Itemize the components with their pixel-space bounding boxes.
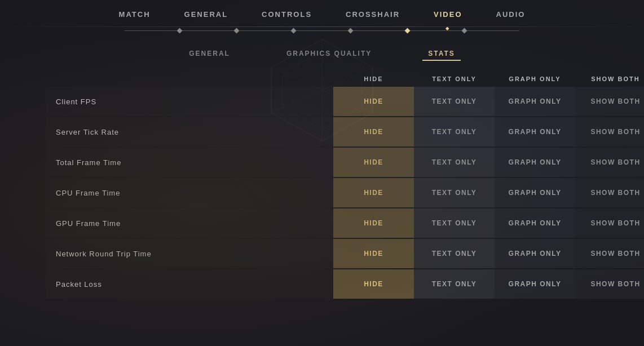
table-row: Total Frame Time Hide Text Only Graph On… <box>46 148 598 177</box>
cell-network-rtt-text[interactable]: Text Only <box>414 239 495 268</box>
nav-diamond-audio <box>462 28 467 33</box>
row-label-gpu-frame: GPU Frame Time <box>46 209 333 238</box>
cell-client-fps-graph[interactable]: Graph Only <box>495 87 575 116</box>
sub-tabs: GENERAL GRAPHICS QUALITY STATS <box>0 47 644 61</box>
row-label-client-fps: Client FPS <box>46 87 333 116</box>
table-row: Network Round Trip Time Hide Text Only G… <box>46 239 598 268</box>
table-row: Server Tick Rate Hide Text Only Graph On… <box>46 117 598 147</box>
col-header-both: Show Both <box>575 72 644 86</box>
cell-server-tick-graph[interactable]: Graph Only <box>495 117 575 147</box>
nav-diamond-match <box>177 28 183 33</box>
row-label-server-tick: Server Tick Rate <box>46 117 333 147</box>
nav-general[interactable]: GENERAL <box>167 6 245 23</box>
row-label-packet-loss: Packet Loss <box>46 269 333 299</box>
nav-match[interactable]: MATCH <box>102 6 167 23</box>
cell-total-frame-both[interactable]: Show Both <box>575 148 644 177</box>
cell-gpu-frame-text[interactable]: Text Only <box>414 209 495 238</box>
cell-cpu-frame-text[interactable]: Text Only <box>414 178 495 207</box>
stats-table: Hide Text Only Graph Only Show Both Clie… <box>46 72 598 299</box>
cell-total-frame-hide[interactable]: Hide <box>333 148 414 177</box>
row-label-total-frame: Total Frame Time <box>46 148 333 177</box>
cell-cpu-frame-graph[interactable]: Graph Only <box>495 178 575 207</box>
nav-diamonds-row <box>0 27 644 34</box>
col-header-hide: Hide <box>333 72 414 86</box>
column-headers: Hide Text Only Graph Only Show Both <box>46 72 598 86</box>
col-header-label <box>46 72 333 86</box>
cell-gpu-frame-graph[interactable]: Graph Only <box>495 209 575 238</box>
cell-client-fps-text[interactable]: Text Only <box>414 87 495 116</box>
cell-total-frame-graph[interactable]: Graph Only <box>495 148 575 177</box>
table-row: CPU Frame Time Hide Text Only Graph Only… <box>46 178 598 207</box>
row-label-cpu-frame: CPU Frame Time <box>46 178 333 207</box>
table-row: Packet Loss Hide Text Only Graph Only Sh… <box>46 269 598 299</box>
nav-crosshair[interactable]: CROSSHAIR <box>329 6 417 23</box>
table-row: Client FPS Hide Text Only Graph Only Sho… <box>46 87 598 116</box>
nav-diamond-general <box>234 28 240 33</box>
col-header-graph: Graph Only <box>495 72 575 86</box>
top-navigation: MATCH GENERAL CONTROLS CROSSHAIR VIDEO A… <box>0 0 644 23</box>
subtab-general[interactable]: GENERAL <box>183 47 236 61</box>
cell-network-rtt-both[interactable]: Show Both <box>575 239 644 268</box>
cell-packet-loss-text[interactable]: Text Only <box>414 269 495 299</box>
cell-network-rtt-hide[interactable]: Hide <box>333 239 414 268</box>
cell-cpu-frame-both[interactable]: Show Both <box>575 178 644 207</box>
row-label-network-rtt: Network Round Trip Time <box>46 239 333 268</box>
subtab-stats[interactable]: STATS <box>422 47 461 61</box>
col-header-text: Text Only <box>414 72 495 86</box>
table-row: GPU Frame Time Hide Text Only Graph Only… <box>46 209 598 238</box>
cell-network-rtt-graph[interactable]: Graph Only <box>495 239 575 268</box>
cell-server-tick-hide[interactable]: Hide <box>333 117 414 147</box>
cell-server-tick-text[interactable]: Text Only <box>414 117 495 147</box>
cell-packet-loss-hide[interactable]: Hide <box>333 269 414 299</box>
cell-gpu-frame-both[interactable]: Show Both <box>575 209 644 238</box>
cell-packet-loss-graph[interactable]: Graph Only <box>495 269 575 299</box>
nav-audio[interactable]: AUDIO <box>479 6 542 23</box>
nav-diamond-video <box>405 28 411 33</box>
subtab-graphics[interactable]: GRAPHICS QUALITY <box>281 47 377 61</box>
cell-packet-loss-both[interactable]: Show Both <box>575 269 644 299</box>
nav-controls[interactable]: CONTROLS <box>245 6 329 23</box>
cell-server-tick-both[interactable]: Show Both <box>575 117 644 147</box>
nav-diamond-controls <box>291 28 297 33</box>
cell-cpu-frame-hide[interactable]: Hide <box>333 178 414 207</box>
cell-client-fps-hide[interactable]: Hide <box>333 87 414 116</box>
cell-client-fps-both[interactable]: Show Both <box>575 87 644 116</box>
cell-gpu-frame-hide[interactable]: Hide <box>333 209 414 238</box>
nav-video[interactable]: VIDEO <box>417 6 479 23</box>
nav-diamond-crosshair <box>348 28 354 33</box>
cell-total-frame-text[interactable]: Text Only <box>414 148 495 177</box>
